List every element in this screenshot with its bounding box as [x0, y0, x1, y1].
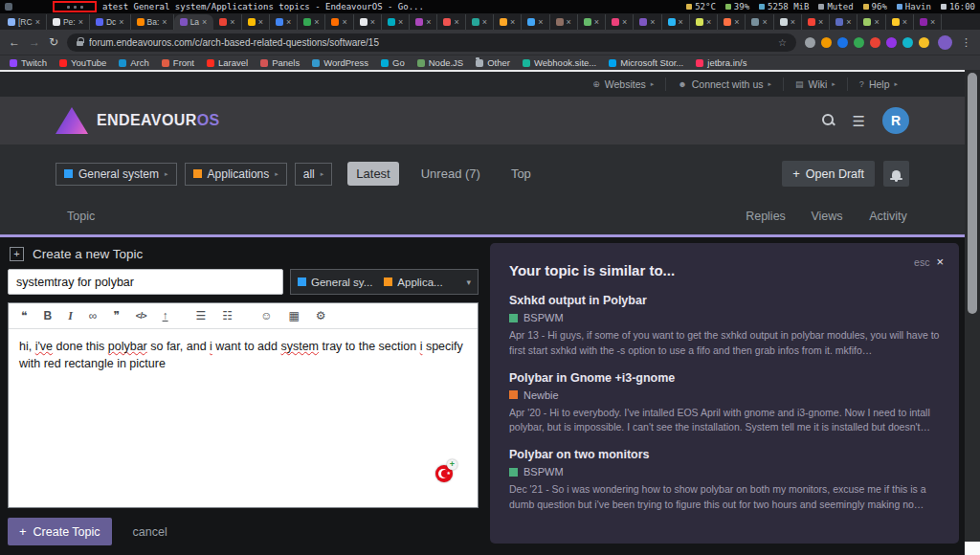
- tab-close-icon[interactable]: ×: [78, 17, 83, 27]
- notifications-bell-button[interactable]: [883, 161, 909, 187]
- tab-close-icon[interactable]: ×: [930, 17, 935, 27]
- bookmark[interactable]: WordPress: [312, 57, 368, 68]
- bold-icon[interactable]: B: [43, 310, 52, 322]
- browser-tab[interactable]: ×: [802, 14, 830, 30]
- tab-close-icon[interactable]: ×: [874, 17, 879, 27]
- tab-close-icon[interactable]: ×: [258, 17, 263, 27]
- code-icon[interactable]: </>: [136, 311, 146, 321]
- extension-icon[interactable]: [919, 37, 929, 48]
- browser-tab[interactable]: ×: [213, 14, 241, 30]
- browser-tab[interactable]: ×: [437, 14, 465, 30]
- browser-tab[interactable]: La ×: [174, 14, 214, 30]
- browser-tab[interactable]: ×: [298, 14, 325, 30]
- category-badge[interactable]: Newbie: [509, 389, 940, 401]
- calendar-icon[interactable]: ▦: [288, 310, 299, 322]
- browser-tab[interactable]: ×: [578, 14, 606, 30]
- browser-tab[interactable]: ×: [634, 14, 661, 30]
- topic-list-tab[interactable]: Unread (7): [412, 162, 489, 186]
- column-header[interactable]: Replies: [735, 210, 796, 223]
- top-link[interactable]: ⊕ Websites ▸: [581, 78, 665, 91]
- numbered-list-icon[interactable]: ☷: [222, 310, 233, 322]
- open-draft-button[interactable]: +Open Draft: [782, 161, 875, 187]
- browser-tab[interactable]: ×: [242, 14, 270, 30]
- browser-tab[interactable]: ×: [325, 14, 353, 30]
- column-header[interactable]: Views: [796, 210, 858, 223]
- bookmark[interactable]: Front: [162, 57, 194, 68]
- browser-tab[interactable]: [RC ×: [2, 14, 47, 30]
- browser-menu-icon[interactable]: ⋮: [961, 36, 971, 49]
- browser-tab[interactable]: ×: [858, 14, 885, 30]
- italic-icon[interactable]: I: [68, 310, 73, 322]
- composer-textarea[interactable]: hi, i've done this polybar so far, and i…: [9, 329, 478, 507]
- tab-close-icon[interactable]: ×: [162, 17, 167, 27]
- tab-close-icon[interactable]: ×: [622, 17, 627, 27]
- category-select[interactable]: General sy... Applica... ▾: [290, 269, 479, 295]
- tab-close-icon[interactable]: ×: [706, 17, 711, 27]
- tab-close-icon[interactable]: ×: [202, 17, 207, 27]
- extension-icon[interactable]: [870, 37, 880, 48]
- category-badge[interactable]: BSPWM: [509, 312, 940, 323]
- tab-close-icon[interactable]: ×: [342, 17, 346, 27]
- upload-icon[interactable]: ↑: [163, 310, 168, 322]
- column-topic[interactable]: Topic: [67, 210, 95, 223]
- browser-tab[interactable]: ×: [550, 14, 578, 30]
- extension-icon[interactable]: [886, 37, 897, 48]
- tab-close-icon[interactable]: ×: [567, 17, 571, 27]
- tab-close-icon[interactable]: ×: [454, 17, 458, 27]
- bookmark[interactable]: jetbra.in/s: [696, 57, 746, 68]
- bookmark[interactable]: Node.JS: [417, 57, 463, 68]
- browser-tab[interactable]: ×: [606, 14, 634, 30]
- tab-close-icon[interactable]: ×: [230, 17, 234, 27]
- tab-close-icon[interactable]: ×: [482, 17, 487, 27]
- browser-tab[interactable]: ×: [662, 14, 690, 30]
- browser-tab[interactable]: ×: [690, 14, 718, 30]
- browser-tab[interactable]: ×: [382, 14, 410, 30]
- page-scrollbar[interactable]: [965, 70, 980, 555]
- browser-tab[interactable]: ×: [354, 14, 382, 30]
- bookmark[interactable]: Webhook.site...: [523, 57, 596, 68]
- launcher-icon[interactable]: [5, 3, 12, 11]
- tab-close-icon[interactable]: ×: [510, 17, 515, 27]
- extension-icon[interactable]: [837, 37, 848, 48]
- tab-close-icon[interactable]: ×: [398, 17, 403, 27]
- similar-topic-title[interactable]: Polybar in Gnome +i3-gnome: [509, 371, 940, 385]
- close-icon[interactable]: ×: [936, 255, 944, 269]
- bookmark[interactable]: Twitch: [10, 57, 47, 68]
- back-icon[interactable]: ←: [9, 36, 20, 48]
- tab-close-icon[interactable]: ×: [594, 17, 599, 27]
- address-bar[interactable]: forum.endeavouros.com/c/arch-based-relat…: [67, 33, 796, 52]
- category-badge[interactable]: BSPWM: [509, 466, 940, 477]
- top-link[interactable]: ☻ Connect with us ▸: [665, 78, 783, 91]
- browser-profile-avatar[interactable]: [938, 35, 952, 50]
- tab-close-icon[interactable]: ×: [119, 17, 123, 27]
- extension-icon[interactable]: [902, 37, 913, 48]
- tab-close-icon[interactable]: ×: [650, 17, 655, 27]
- tab-close-icon[interactable]: ×: [902, 17, 907, 27]
- options-gear-icon[interactable]: ⚙: [316, 310, 326, 322]
- bookmark-star-icon[interactable]: ☆: [778, 37, 787, 48]
- tab-close-icon[interactable]: ×: [426, 17, 431, 27]
- tab-close-icon[interactable]: ×: [818, 17, 823, 27]
- browser-tab[interactable]: Ba: ×: [131, 14, 174, 30]
- reload-icon[interactable]: ↻: [49, 36, 58, 48]
- endeavouros-logo[interactable]: ENDEAVOUROS: [56, 107, 220, 134]
- hamburger-menu-icon[interactable]: ☰: [853, 114, 865, 128]
- emoji-icon[interactable]: ☺: [260, 310, 272, 322]
- tab-close-icon[interactable]: ×: [370, 17, 375, 27]
- tab-close-icon[interactable]: ×: [762, 17, 767, 27]
- topic-title-input[interactable]: [8, 269, 283, 295]
- bookmark[interactable]: Arch: [119, 57, 149, 68]
- translate-extension-flag-button[interactable]: +: [435, 465, 453, 482]
- similar-topic-title[interactable]: Polybar on two monitors: [509, 448, 940, 461]
- category-filter-dropdown[interactable]: Applications ▸: [185, 163, 287, 186]
- tab-close-icon[interactable]: ×: [314, 17, 319, 27]
- tab-close-icon[interactable]: ×: [679, 17, 683, 27]
- extension-icon[interactable]: [854, 37, 864, 48]
- tab-close-icon[interactable]: ×: [846, 17, 851, 27]
- bookmark[interactable]: Go: [381, 57, 405, 68]
- browser-tab[interactable]: ×: [746, 14, 773, 30]
- extension-icon[interactable]: [821, 37, 832, 48]
- browser-tab[interactable]: ×: [522, 14, 549, 30]
- user-avatar[interactable]: R: [882, 107, 909, 134]
- forward-icon[interactable]: →: [29, 36, 40, 48]
